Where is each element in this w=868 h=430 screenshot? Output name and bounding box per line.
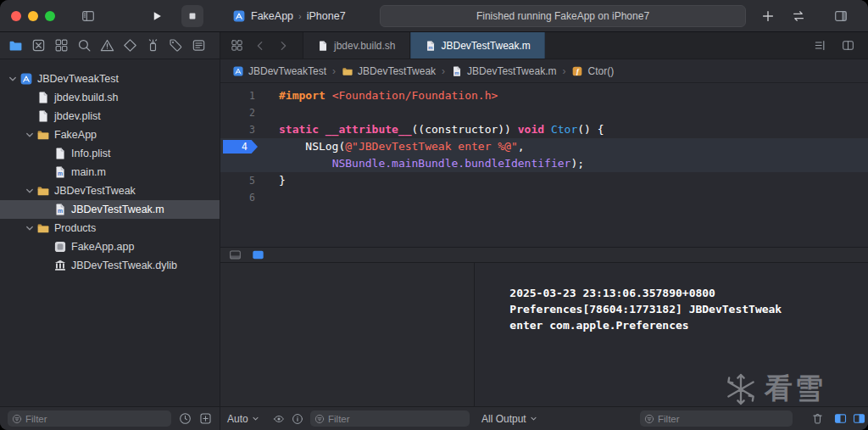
console-filter-input[interactable]: [658, 414, 788, 424]
library-add-icon[interactable]: [761, 9, 775, 23]
scheme-device-name[interactable]: iPhone7: [307, 10, 346, 22]
navigator-square-x-icon[interactable]: [31, 38, 46, 53]
file-tree-row[interactable]: JBDevTestTweak.dylib: [0, 256, 220, 275]
variables-view-toggle-icon[interactable]: [229, 249, 242, 261]
file-tree-row[interactable]: JBDevTweakTest: [0, 70, 220, 88]
scm-status-filter-icon[interactable]: [199, 412, 212, 425]
navigator-warning-icon[interactable]: [100, 38, 114, 53]
inspector-toggle-icon[interactable]: [834, 9, 848, 23]
code-text: NSBundle.mainBundle.bundleIdentifier);: [261, 155, 584, 172]
m-doc-icon: m: [451, 65, 463, 77]
quicklook-icon[interactable]: [273, 413, 285, 425]
editor-tab[interactable]: jbdev.build.sh: [303, 32, 410, 59]
editor-tab[interactable]: mJBDevTestTweak.m: [410, 32, 545, 59]
line-number[interactable]: [220, 155, 261, 172]
variables-scope-menu[interactable]: Auto: [227, 407, 259, 430]
file-tree-row[interactable]: jbdev.plist: [0, 107, 220, 126]
variables-view[interactable]: [220, 263, 475, 406]
code-line: 6: [220, 189, 868, 206]
file-tree-row[interactable]: JBDevTestTweak: [0, 181, 220, 200]
line-number[interactable]: 1: [220, 87, 261, 104]
code-line: NSBundle.mainBundle.bundleIdentifier);: [220, 155, 868, 172]
file-tree-row[interactable]: Products: [0, 219, 220, 237]
navigator-folder-icon[interactable]: [8, 38, 23, 53]
breadcrumb-item[interactable]: JBDevTestTweak: [342, 65, 436, 77]
folder-file-icon: [36, 184, 50, 198]
minimize-button[interactable]: [28, 11, 38, 21]
breadcrumb-separator: ›: [332, 65, 336, 77]
navigator-tag-icon[interactable]: [169, 38, 183, 53]
forward-icon[interactable]: [277, 40, 289, 52]
code-line: 4 NSLog(@"JBDevTestTweak enter %@",: [220, 138, 868, 155]
console-filter-field[interactable]: [640, 410, 793, 427]
tab-overview-icon[interactable]: [231, 39, 243, 52]
console-scope-menu[interactable]: All Output: [481, 407, 537, 430]
navigator-filter-field[interactable]: [8, 410, 171, 427]
show-variables-pane-icon[interactable]: [834, 412, 847, 425]
show-console-pane-icon[interactable]: [853, 412, 865, 425]
close-button[interactable]: [11, 11, 21, 21]
console-text: 2025-03-23 23:13:06.357890+0800 Preferen…: [483, 287, 782, 332]
split-editor-icon[interactable]: [842, 39, 854, 52]
disclosure-spacer: [41, 241, 53, 253]
variables-filter-field[interactable]: [310, 410, 470, 427]
zoom-button[interactable]: [45, 11, 55, 21]
stop-button[interactable]: [181, 5, 203, 27]
folder-file-icon: [36, 221, 50, 235]
navigator-grid-icon[interactable]: [54, 38, 69, 53]
navigator-spray-icon[interactable]: [146, 38, 160, 53]
file-tree-row[interactable]: mJBDevTestTweak.m: [0, 200, 220, 219]
navigator-list-icon[interactable]: [192, 38, 206, 53]
folder-file-icon: [36, 128, 50, 142]
line-number[interactable]: 3: [220, 121, 261, 138]
navigator-diamond-icon[interactable]: [123, 38, 137, 53]
tab-label: jbdev.build.sh: [334, 40, 396, 52]
line-number[interactable]: 2: [220, 104, 261, 121]
disclosure-spacer: [24, 110, 36, 122]
file-name: JBDevTweakTest: [37, 73, 119, 85]
file-tree-row[interactable]: mmain.m: [0, 163, 220, 181]
disclosure-spacer: [41, 148, 53, 159]
variables-filter-input[interactable]: [328, 414, 465, 424]
breadcrumb-label: JBDevTestTweak.m: [467, 65, 556, 77]
scheme-app-icon: [232, 9, 246, 23]
m-doc-icon: m: [53, 165, 67, 179]
file-tree-row[interactable]: FakeApp: [0, 126, 220, 144]
tab-bar: jbdev.build.shmJBDevTestTweak.m: [220, 32, 868, 59]
breadcrumb-item[interactable]: fCtor(): [571, 65, 614, 77]
line-number[interactable]: 5: [220, 172, 261, 189]
debug-bar: Auto All Output: [220, 406, 868, 430]
breadcrumb-label: JBDevTestTweak: [358, 65, 436, 77]
line-number[interactable]: 6: [220, 189, 261, 206]
file-tree-row[interactable]: FakeApp.app: [0, 237, 220, 256]
sidebar-toggle-icon[interactable]: [81, 9, 95, 23]
dylib-icon: [53, 259, 67, 272]
disclosure-triangle[interactable]: [7, 73, 19, 85]
scheme-app-name[interactable]: FakeApp: [251, 10, 293, 22]
chevron-down-icon: [530, 415, 537, 422]
console-view-toggle-icon[interactable]: [252, 249, 264, 261]
breakpoint-marker[interactable]: 4: [223, 140, 258, 154]
breadcrumb-item[interactable]: mJBDevTestTweak.m: [451, 65, 556, 77]
navigator-search-icon[interactable]: [77, 38, 92, 53]
navigator-filter-input[interactable]: [25, 414, 167, 424]
version-editor-icon[interactable]: [792, 9, 805, 23]
file-tree-row[interactable]: Info.plist: [0, 144, 220, 163]
source-editor[interactable]: 1#import <Foundation/Foundation.h>23stat…: [220, 83, 868, 247]
disclosure-spacer: [41, 166, 53, 178]
breakpoint-gutter[interactable]: 4: [220, 138, 261, 155]
back-icon[interactable]: [254, 40, 266, 52]
disclosure-triangle[interactable]: [24, 129, 36, 141]
activity-status: Finished running FakeApp on iPhone7: [380, 5, 746, 27]
run-button[interactable]: [151, 10, 163, 22]
info-icon[interactable]: [292, 413, 303, 425]
clear-console-icon[interactable]: [811, 412, 824, 425]
editor-options-icon[interactable]: [814, 39, 826, 52]
breadcrumb-item[interactable]: JBDevTweakTest: [232, 65, 326, 77]
recent-files-filter-icon[interactable]: [179, 412, 192, 425]
disclosure-triangle[interactable]: [24, 185, 36, 197]
disclosure-triangle[interactable]: [24, 222, 36, 234]
file-tree-row[interactable]: jbdev.build.sh: [0, 88, 220, 107]
traffic-lights: [11, 11, 55, 21]
debug-area-toggle-bar: [220, 247, 868, 263]
